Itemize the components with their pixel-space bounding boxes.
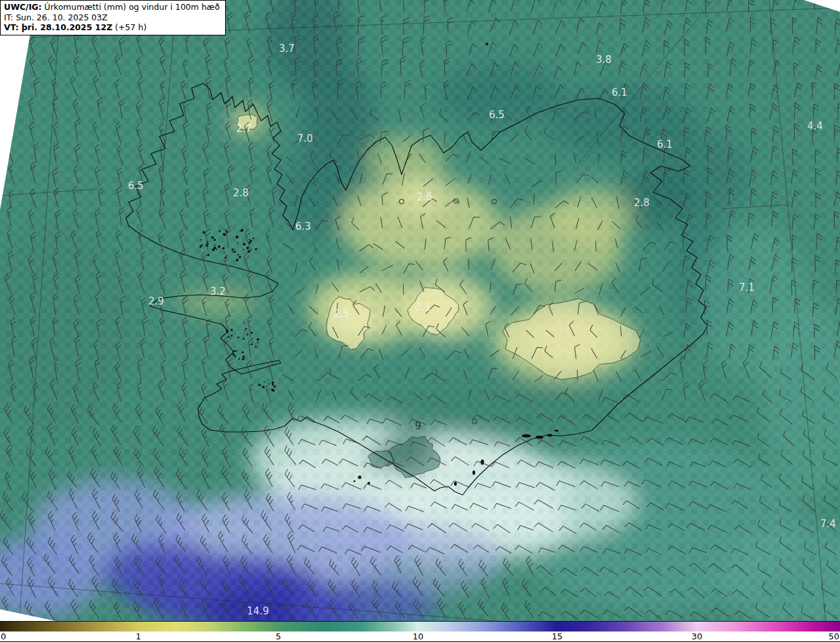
contour-label: 6.3 [295,221,311,232]
contour-label: 2.8 [233,187,249,199]
contour-label: 6.1 [612,87,627,98]
precipitation-wind-map: 3.73.86.16.54.42.77.06.16.52.82.62.86.37… [0,0,840,621]
contour-label: 4.4 [807,120,823,132]
valid-time-offset: (+57 h) [112,22,146,32]
model-id: UWC/IG: [4,2,42,12]
colorbar-tick-5: 5 [276,631,281,641]
contour-label: 2.8 [634,197,650,209]
weather-map-page: 3.73.86.16.54.42.77.06.16.52.82.62.86.37… [0,0,840,642]
title-line-model: UWC/IG: Úrkomumætti (mm) og vindur i 100… [4,2,220,12]
precipitation-colorbar: 01510153050 [0,621,840,642]
contour-label: 7.4 [820,518,836,530]
contour-label: 9 [415,420,421,432]
contour-label: 2.7 [236,123,252,135]
contour-label: 3.8 [596,54,612,66]
contour-label: 3.7 [279,43,295,54]
contour-label: 2.5 [333,308,349,320]
contour-label: 7.1 [739,282,755,293]
colorbar-tick-0: 0 [1,631,6,641]
colorbar-gradient [0,621,840,631]
contour-label: 2.1 [415,301,431,313]
colorbar-tick-30: 30 [692,631,703,641]
contour-label: 14.9 [247,605,268,617]
valid-time: VT: þri. 28.10.2025 12Z (+57 h) [4,22,220,33]
colorbar-tick-10: 10 [413,631,424,641]
map-area: 3.73.86.16.54.42.77.06.16.52.82.62.86.37… [0,0,840,621]
colorbar-tick-1: 1 [136,631,141,641]
contour-label: 3.2 [210,286,226,297]
colorbar-tick-50: 50 [828,631,839,641]
colorbar-tick-15: 15 [552,631,563,641]
contour-label: 6.1 [657,139,673,150]
colorbar-tick-labels: 01510153050 [0,631,840,642]
contour-label: 2.9 [148,295,164,307]
init-time: IT: Sun. 26. 10. 2025 03Z [4,12,220,23]
contour-label: 6.5 [489,109,505,121]
contour-label: 2.6 [417,191,432,203]
contour-label: 7.0 [297,133,313,144]
title-box: UWC/IG: Úrkomumætti (mm) og vindur i 100… [0,0,226,35]
contour-label: 6.5 [128,180,144,192]
map-title: Úrkomumætti (mm) og vindur i 100m hæð [42,2,220,12]
valid-time-bold: VT: þri. 28.10.2025 12Z [4,22,112,32]
